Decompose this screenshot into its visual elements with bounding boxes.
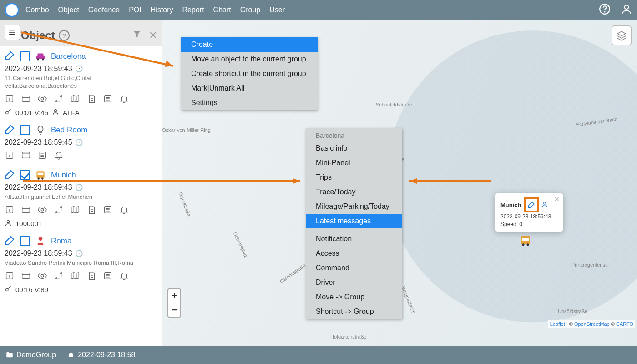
nav-chart[interactable]: Chart — [213, 6, 231, 14]
street-label: Unsöldstraße — [558, 308, 587, 314]
panel-icon[interactable] — [21, 94, 31, 106]
eye-icon[interactable] — [37, 271, 47, 283]
svg-point-41 — [527, 243, 529, 246]
edit-icon[interactable] — [5, 50, 15, 63]
user-icon[interactable] — [621, 3, 632, 17]
bell-icon[interactable] — [119, 94, 129, 106]
help-icon[interactable] — [599, 3, 611, 17]
menu-item-command[interactable]: Command — [306, 261, 402, 275]
nav-group[interactable]: Group — [240, 6, 260, 14]
popup-edit-icon-highlighted[interactable] — [524, 197, 539, 212]
panel-icon[interactable] — [21, 271, 31, 283]
svg-point-34 — [56, 277, 57, 279]
timestamp: 2022-09-23 18:59:43🕐 — [5, 249, 157, 258]
layers-button[interactable] — [612, 25, 632, 46]
map-icon[interactable] — [70, 94, 80, 106]
menu-item-create[interactable]: Create — [181, 37, 318, 52]
checkbox[interactable] — [20, 236, 30, 246]
menu-item-notification[interactable]: Notification — [306, 232, 402, 246]
app-logo[interactable] — [5, 3, 19, 17]
footer-time: 2022-09-23 18:58 — [67, 351, 135, 359]
bell-icon[interactable] — [119, 271, 129, 283]
info-icon[interactable] — [5, 94, 15, 106]
doc-icon[interactable] — [86, 205, 96, 217]
svg-rect-23 — [22, 207, 30, 212]
person-icon — [35, 235, 46, 247]
nav-report[interactable]: Report — [182, 6, 204, 14]
footer-group[interactable]: DemoGroup — [5, 351, 56, 359]
menu-item-shortcut-group[interactable]: Shortcut -> Group — [306, 304, 402, 319]
menu-item-basic-info[interactable]: Basic info — [306, 141, 402, 156]
nav-history[interactable]: History — [151, 6, 173, 14]
street-label: Oskar-von-Miller-Ring — [162, 127, 211, 133]
osm-link[interactable]: OpenStreetMap — [574, 321, 610, 327]
eye-icon[interactable] — [37, 94, 47, 106]
list-icon[interactable] — [37, 150, 47, 162]
info-icon[interactable] — [5, 205, 15, 217]
object-name[interactable]: Roma — [51, 237, 71, 246]
menu-item-trace-today[interactable]: Trace/Today — [306, 185, 402, 199]
doc-icon[interactable] — [86, 94, 96, 106]
svg-point-11 — [61, 95, 62, 97]
menu-item-mileage-parking[interactable]: Mileage/Parking/Today — [306, 199, 402, 214]
nav-items: Combo Object Geofence POI History Report… — [25, 6, 285, 14]
svg-point-10 — [56, 100, 57, 102]
svg-point-13 — [6, 111, 8, 114]
edit-icon[interactable] — [5, 169, 15, 182]
zoom-out-button[interactable]: − — [168, 303, 180, 317]
nav-combo[interactable]: Combo — [25, 6, 49, 14]
bell-icon[interactable] — [54, 150, 64, 162]
object-name[interactable]: Bed Room — [51, 126, 87, 135]
object-item-roma: Roma 2022-09-23 18:59:43🕐 Viadotto Sandr… — [0, 231, 162, 297]
nav-geofence[interactable]: Geofence — [88, 6, 120, 14]
menu-item-mark-all[interactable]: Mark|Unmark All — [181, 81, 318, 96]
action-icons — [5, 150, 157, 162]
info-icon[interactable] — [5, 271, 15, 283]
object-item-munich: Munich 2022-09-23 18:59:43🕐 Altstadtring… — [0, 165, 162, 231]
svg-rect-30 — [39, 241, 42, 243]
eye-icon[interactable] — [37, 205, 47, 217]
map-icon[interactable] — [70, 271, 80, 283]
key-icon — [5, 108, 12, 117]
menu-item-move-group[interactable]: Move -> Group — [306, 290, 402, 304]
menu-item-settings[interactable]: Settings — [181, 96, 318, 110]
doc-icon[interactable] — [86, 271, 96, 283]
list-icon[interactable] — [103, 94, 113, 106]
zoom-in-button[interactable]: + — [168, 289, 180, 303]
list-icon[interactable] — [103, 205, 113, 217]
menu-item-mini-panel[interactable]: Mini-Panel — [306, 156, 402, 170]
menu-heading: Barcelona — [306, 128, 402, 141]
menu-item-create-shortcut[interactable]: Create shortcut in the current group — [181, 66, 318, 81]
carto-link[interactable]: CARTO — [616, 321, 633, 327]
context-menu-create: Create Move an object to the current gro… — [181, 37, 318, 110]
menu-item-access[interactable]: Access — [306, 246, 402, 261]
edit-icon[interactable] — [5, 124, 15, 136]
leaflet-link[interactable]: Leaflet — [550, 321, 565, 327]
route-icon[interactable] — [54, 205, 64, 217]
map-icon[interactable] — [70, 205, 80, 217]
menu-item-move-object[interactable]: Move an object to the current group — [181, 52, 318, 66]
svg-point-26 — [61, 206, 62, 208]
list-icon[interactable] — [103, 271, 113, 283]
popup-speed: Speed: 0 — [500, 221, 557, 228]
edit-icon[interactable] — [5, 235, 15, 248]
menu-item-latest-messages[interactable]: Latest messages — [306, 214, 402, 228]
nav-user[interactable]: User — [269, 6, 285, 14]
checkbox[interactable] — [20, 125, 30, 135]
panel-icon[interactable] — [21, 205, 31, 217]
popup-close-icon[interactable]: ✕ — [554, 196, 560, 203]
person-icon — [52, 108, 59, 117]
menu-item-trips[interactable]: Trips — [306, 170, 402, 185]
svg-marker-44 — [165, 61, 173, 67]
timestamp: 2022-09-23 18:59:45🕐 — [5, 138, 157, 147]
menu-item-driver[interactable]: Driver — [306, 275, 402, 290]
nav-object[interactable]: Object — [58, 6, 79, 14]
nav-poi[interactable]: POI — [129, 6, 142, 14]
panel-icon[interactable] — [21, 150, 31, 162]
hamburger-button[interactable] — [5, 25, 20, 40]
bell-icon[interactable] — [119, 205, 129, 217]
route-icon[interactable] — [54, 271, 64, 283]
info-icon[interactable] — [5, 150, 15, 162]
route-icon[interactable] — [54, 94, 64, 106]
annotation-arrow — [405, 177, 496, 187]
